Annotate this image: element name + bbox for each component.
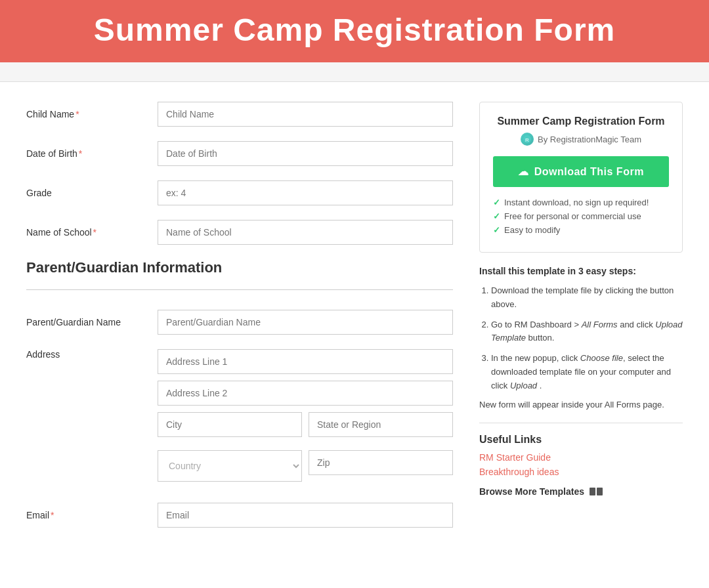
useful-links: Useful Links RM Starter Guide Breakthrou… (479, 434, 683, 497)
browse-templates[interactable]: Browse More Templates (479, 486, 683, 497)
school-name-input[interactable] (158, 220, 453, 245)
check-icon-3: ✓ (493, 225, 500, 235)
feature-item-3: ✓ Easy to modify (493, 225, 669, 235)
grade-label: Grade (26, 188, 158, 198)
school-name-label: Name of School* (26, 227, 158, 238)
zip-input[interactable] (309, 450, 453, 475)
useful-links-title: Useful Links (479, 434, 683, 446)
rm-starter-link[interactable]: RM Starter Guide (479, 452, 683, 463)
dob-input[interactable] (158, 141, 453, 166)
child-name-row: Child Name* (26, 102, 453, 127)
step-1: Download the template file by clicking t… (491, 284, 683, 312)
breakthrough-link[interactable]: Breakthrough ideas (479, 467, 683, 477)
city-state-row (158, 412, 453, 444)
state-input[interactable] (309, 412, 453, 437)
dob-row: Date of Birth* (26, 141, 453, 166)
feature-item-1: ✓ Instant download, no sign up required! (493, 198, 669, 207)
grade-row: Grade (26, 180, 453, 205)
steps-divider (479, 423, 683, 423)
steps-note: New form will appear inside your All For… (479, 400, 683, 410)
download-cloud-icon: ☁ (518, 165, 529, 178)
city-input[interactable] (158, 412, 302, 437)
section-divider (26, 289, 453, 290)
sidebar-card-title: Summer Camp Registration Form (493, 116, 669, 127)
sidebar: Summer Camp Registration Form R By Regis… (479, 102, 683, 542)
download-button[interactable]: ☁ Download This Form (493, 156, 669, 187)
address-line1-input[interactable] (158, 349, 453, 374)
step-2: Go to RM Dashboard > All Forms and click… (491, 318, 683, 346)
dob-label: Date of Birth* (26, 148, 158, 159)
email-input[interactable] (158, 503, 453, 528)
address-label: Address (26, 349, 158, 360)
main-layout: Child Name* Date of Birth* Grade Name of… (0, 82, 709, 562)
country-zip-row: Country (158, 450, 453, 482)
sub-header (0, 62, 709, 82)
form-section: Child Name* Date of Birth* Grade Name of… (26, 102, 453, 542)
parent-name-input[interactable] (158, 310, 453, 335)
email-row: Email* (26, 503, 453, 528)
child-name-input[interactable] (158, 102, 453, 127)
author-logo-icon: R (523, 135, 532, 144)
step-3: In the new popup, click Choose file, sel… (491, 352, 683, 392)
steps-list: Download the template file by clicking t… (479, 284, 683, 393)
parent-name-row: Parent/Guardian Name (26, 310, 453, 335)
author-icon: R (521, 133, 534, 146)
check-icon-2: ✓ (493, 211, 500, 221)
steps-section: Install this template in 3 easy steps: D… (479, 266, 683, 410)
parent-section-title: Parent/Guardian Information (26, 259, 453, 276)
grade-input[interactable] (158, 180, 453, 205)
check-icon-1: ✓ (493, 198, 500, 207)
email-label: Email* (26, 510, 158, 520)
address-line2-input[interactable] (158, 381, 453, 406)
steps-title: Install this template in 3 easy steps: (479, 266, 683, 276)
templates-icon (590, 488, 603, 495)
child-name-label: Child Name* (26, 109, 158, 119)
svg-text:R: R (525, 137, 529, 143)
address-inputs: Country (158, 349, 453, 488)
page-title: Summer Camp Registration Form (13, 12, 696, 48)
page-header: Summer Camp Registration Form (0, 0, 709, 62)
country-select[interactable]: Country (158, 450, 302, 482)
feature-list: ✓ Instant download, no sign up required!… (493, 198, 669, 235)
sidebar-author: R By RegistrationMagic Team (493, 133, 669, 146)
download-card: Summer Camp Registration Form R By Regis… (479, 102, 683, 253)
address-row: Address Country (26, 349, 453, 488)
school-name-row: Name of School* (26, 220, 453, 245)
feature-item-2: ✓ Free for personal or commercial use (493, 211, 669, 221)
parent-name-label: Parent/Guardian Name (26, 317, 158, 327)
